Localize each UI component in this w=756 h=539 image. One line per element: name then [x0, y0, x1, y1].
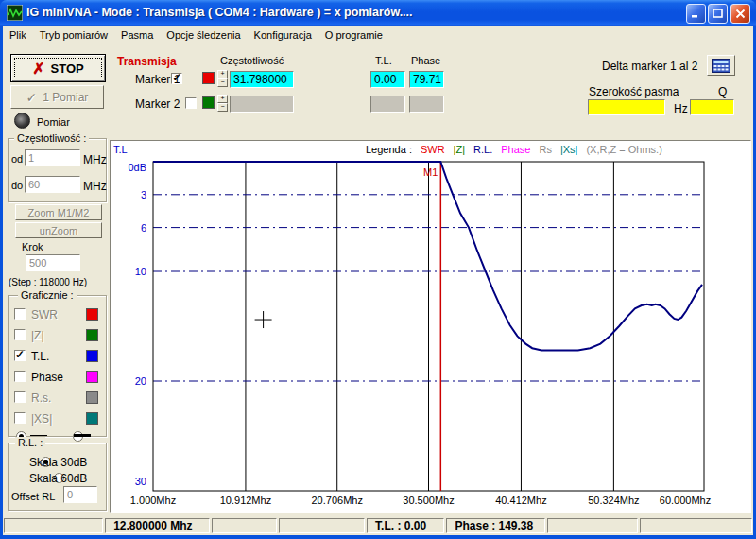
marker1-spinner[interactable]: +−	[217, 70, 228, 87]
status-bar: 12.800000 MhzT.L. : 0.00Phase : 149.38	[3, 516, 753, 535]
pomiar-led-label: Pomiar	[37, 116, 70, 128]
chart-panel[interactable]: T.L Legenda : SWR|Z|R.L.PhaseRs|Xs|(X,R,…	[110, 140, 751, 513]
tl-checkbox[interactable]	[14, 350, 26, 361]
plot-area[interactable]: 1.000Mhz10.912Mhz20.706Mhz30.500Mhz40.41…	[111, 141, 750, 512]
waveform-icon	[7, 5, 23, 21]
marker1-color-swatch	[202, 72, 215, 84]
menu-item-0[interactable]: Plik	[3, 28, 33, 42]
bandwidth-input[interactable]	[588, 99, 665, 115]
status-segment-4: T.L. : 0.00	[367, 518, 444, 533]
title-bar[interactable]: IG miniVNA - Mode : Transmisja ( COM4 : …	[0, 0, 756, 26]
x-tick-label-1: 10.912Mhz	[220, 495, 271, 506]
status-segment-6	[547, 518, 638, 533]
freq-from-input[interactable]	[25, 149, 80, 166]
close-icon[interactable]	[730, 4, 750, 24]
zoom-m1m2-button[interactable]: Zoom M1/M2	[15, 204, 102, 220]
graficznie-rows: SWR|Z|T.L.PhaseR.s.|XS|	[8, 304, 107, 429]
window-title: IG miniVNA - Mode : Transmisja ( COM4 : …	[26, 6, 413, 19]
marker2-color-swatch	[202, 96, 215, 109]
thin-line-sample	[30, 435, 47, 436]
x-tick-label-2: 20.706Mhz	[312, 495, 363, 506]
calculator-button[interactable]	[707, 55, 735, 76]
one-pomiar-button[interactable]: ✓ 1 Pomiar	[10, 85, 104, 109]
marker1-freq-input[interactable]	[230, 71, 294, 88]
x-tick-label-5: 50.324Mhz	[588, 495, 639, 506]
od-label: od	[11, 153, 23, 165]
graficznie-row-3: Phase	[8, 367, 107, 388]
graficznie-group-title: Graficznie :	[18, 289, 77, 301]
q-input[interactable]	[690, 99, 734, 115]
marker1-phase-value: 79.71	[409, 71, 444, 88]
graficznie-label-0: SWR	[31, 308, 58, 322]
krok-input[interactable]	[26, 254, 80, 271]
skala-60db-label: Skala 60dB	[29, 472, 87, 485]
q-label: Q	[718, 85, 727, 98]
marker2-checkbox[interactable]	[185, 97, 197, 109]
freq-to-input[interactable]	[25, 176, 80, 193]
swr-checkbox[interactable]	[14, 308, 26, 320]
mode-label: Transmisja	[117, 55, 177, 68]
graficznie-swatch-5	[86, 412, 98, 425]
freq-header: Częstotliwość	[220, 55, 284, 66]
series-tl	[153, 162, 702, 351]
stop-button[interactable]: ✗ STOP	[10, 54, 106, 82]
x-tick-label-6: 60.000Mhz	[660, 495, 711, 506]
y-tick-label-2: 6	[141, 222, 146, 234]
graficznie-swatch-4	[86, 391, 98, 404]
graficznie-swatch-0	[86, 308, 98, 321]
main-area: ✗ STOP ✓ 1 Pomiar Pomiar Częstotliwość :…	[3, 43, 753, 516]
od-unit: MHz	[83, 153, 107, 166]
marker2-spinner[interactable]: +−	[217, 95, 228, 112]
tl-header: T.L.	[375, 55, 392, 66]
marker2-tl-value	[370, 96, 405, 113]
x-tick-label-0: 1.000Mhz	[130, 495, 176, 506]
hz-label: Hz	[674, 102, 688, 115]
phase-checkbox[interactable]	[14, 371, 26, 382]
bandwidth-label: Szerokość pasma	[589, 85, 679, 98]
graficznie-row-5: |XS|	[8, 409, 107, 429]
do-label: do	[11, 180, 23, 191]
status-segment-5: Phase : 149.38	[446, 518, 544, 533]
marker1-label: Marker 1	[135, 73, 180, 86]
menu-item-5[interactable]: O programie	[318, 28, 389, 42]
graficznie-label-3: Phase	[31, 371, 63, 384]
status-segment-0	[4, 518, 103, 533]
z-checkbox[interactable]	[14, 329, 26, 340]
marker1-chart-label: M1	[423, 166, 438, 178]
status-segment-1: 12.800000 Mhz	[105, 518, 210, 533]
status-segment-7	[640, 518, 752, 533]
unzoom-button[interactable]: unZoom	[15, 222, 102, 238]
y-tick-label-0: 0dB	[128, 162, 146, 173]
skala-30db-label: Skala 30dB	[29, 456, 87, 469]
rl-group-title: R.L. :	[15, 437, 45, 448]
y-tick-label-5: 30	[135, 476, 146, 487]
graficznie-row-4: R.s.	[8, 388, 107, 409]
graficznie-label-2: T.L.	[31, 350, 49, 363]
xs-checkbox[interactable]	[14, 412, 26, 424]
graficznie-row-2: T.L.	[8, 346, 107, 367]
offset-rl-input[interactable]	[63, 486, 97, 503]
y-tick-label-1: 3	[141, 189, 146, 200]
minimize-button[interactable]	[686, 4, 706, 24]
graficznie-row-1: |Z|	[8, 325, 107, 346]
maximize-button[interactable]	[708, 4, 728, 24]
menu-item-3[interactable]: Opcje śledzenia	[160, 28, 247, 42]
pomiar-led	[14, 113, 30, 129]
graficznie-label-1: |Z|	[31, 329, 44, 342]
unzoom-label: unZoom	[40, 225, 77, 236]
marker2-freq-input[interactable]	[230, 96, 294, 113]
rs-checkbox[interactable]	[14, 391, 26, 403]
marker2-phase-value	[409, 96, 444, 113]
calculator-icon	[712, 59, 730, 73]
menu-item-1[interactable]: Tryb pomiarów	[33, 28, 114, 42]
menu-item-2[interactable]: Pasma	[114, 28, 160, 42]
delta-marker-label: Delta marker 1 al 2	[602, 60, 697, 73]
checkmark-icon: ✓	[26, 90, 38, 105]
marker2-label: Marker 2	[135, 97, 180, 111]
graficznie-label-5: |XS|	[31, 412, 52, 426]
y-tick-label-3: 10	[135, 266, 146, 277]
y-tick-label-4: 20	[135, 375, 146, 387]
one-pomiar-label: 1 Pomiar	[43, 91, 88, 104]
graficznie-swatch-1	[86, 329, 98, 341]
menu-item-4[interactable]: Konfiguracja	[248, 28, 318, 42]
